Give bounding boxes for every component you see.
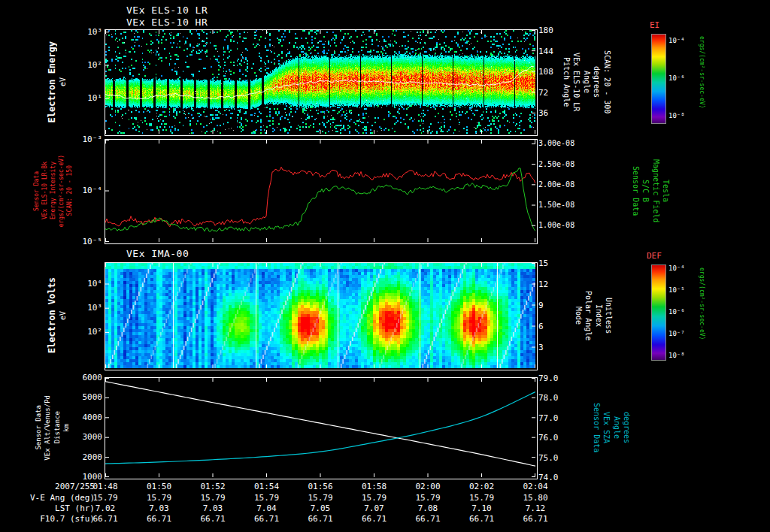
row-label: LST (hr) [6,503,95,513]
altitude-tick-label: 2000 [69,452,102,462]
panel3-right-axis-label-line: Index [593,304,603,327]
row-value: 66.71 [513,514,558,524]
volts-tick-label: 10⁴ [69,279,102,289]
row-label: V-E Ang (deg) [6,493,95,503]
row-value: 66.71 [190,514,235,524]
row-value: 15.79 [352,493,397,503]
row-value: 7.03 [190,503,235,513]
colorbar-def-tick-label: 10⁻⁴ [668,264,685,272]
colorbar-ei-title: EI [650,20,659,30]
panel1-title-lr: VEx ELS-10 LR [126,5,208,16]
panel4-left-axis-label-line: Sensor Data [35,405,43,450]
bfield-tick-label: 1.50e-08 [538,201,591,209]
panel4-right-axis-label-line: degrees [622,412,632,443]
panel3-left-axis-label: Electron Volts eV [47,263,68,368]
panel4-right-axis-label-line: Sensor Data [591,403,601,452]
sza-tick-label: 78.0 [538,393,571,403]
colorbar-ei-tick-label: 10⁻⁴ [668,37,685,44]
time-tick-label: 01:54 [244,482,290,491]
panel4-right-axis-label: Sensor DataVEx SZAAngledegrees [591,378,631,477]
sza-tick-label: 76.0 [538,433,571,443]
colorbar-ei-tick-label: 10⁻⁶ [668,74,685,82]
bfield-tick-label: 2.00e-08 [538,180,591,189]
colorbar-ei [651,34,666,124]
y-tick-label: 10² [69,60,102,70]
colorbar-def-tick-label: 10⁻⁶ [668,308,685,316]
panel1-right-axis-label: Pitch AngleVEx ELS-10 LRAngledegreesSCAN… [561,30,611,134]
panel2-left-axis-label: Sensor DataVEx ELS-10 LR-BkEnergy Intens… [33,140,74,242]
intensity-bfield-canvas[interactable] [105,140,535,242]
panel2-left-axis-label-line: SCAN: 20 - 150 [66,165,74,216]
panel1-right-axis-label-line: Pitch Angle [561,57,571,107]
altitude-sza-plot[interactable] [105,377,538,479]
panel4-left-axis-label-line: km [62,424,71,432]
row-value: 15.79 [190,493,235,503]
row-value: 7.07 [352,503,397,513]
row-value: 15.79 [459,493,505,503]
row-value: 66.71 [352,514,397,524]
colorbar-def-tick-label: 10⁻⁵ [668,286,685,294]
row-value: 15.79 [83,493,128,503]
row-value: 15.79 [244,493,290,503]
row-value: 66.71 [459,514,505,524]
vex-data-browser-screen: VEx ELS-10 LR VEx ELS-10 HR VEx IMA-00 E… [0,0,770,532]
panel1-ylabel: Electron Energy [47,41,58,122]
panel2-right-axis-label: Sensor DataS/C BMagnetic FieldTesla [630,140,670,242]
ima-spectrogram[interactable] [105,262,538,370]
altitude-sza-canvas[interactable] [105,378,535,477]
y-tick-label: 10³ [69,27,102,37]
panel4-left-axis-label-line: Distance [53,411,62,443]
time-tick-label: 01:52 [190,482,235,491]
row-value: 7.05 [298,503,343,513]
panel3-yunit: eV [59,311,68,320]
panel2-right-axis-label-line: Sensor Data [630,166,640,216]
panel2-left-axis-label-line: Energy Intensity [50,162,57,219]
bfield-tick-label: 3.00e-08 [538,139,591,147]
time-tick-label: 01:48 [83,482,128,491]
panel3-right-axis-label: ModePolar AngleIndexUnitless [573,263,613,368]
time-tick-label: 02:04 [513,482,558,491]
els-spectrogram-canvas[interactable] [105,30,535,134]
row-value: 7.03 [137,503,182,513]
intensity-bfield-plot[interactable] [105,139,538,244]
panel1-left-axis-label: Electron Energy eV [47,30,68,134]
time-tick-label: 01:56 [298,482,343,491]
row-label: F10.7 (sfu) [6,514,95,524]
colorbar-def-title: DEF [647,251,662,261]
panel4-left-axis-label-line: VEx Alt/Venus/Pd [44,395,52,461]
panel1-right-axis-label-line: SCAN: 20 - 300 [602,50,611,113]
altitude-tick-label: 6000 [69,373,102,382]
colorbar-def-tick-label: 10⁻⁷ [668,330,685,337]
panel4-right-axis-label-line: Angle [611,416,621,439]
row-value: 66.71 [137,514,182,524]
sza-tick-label: 75.0 [538,453,571,463]
ima-spectrogram-canvas[interactable] [105,263,535,368]
intensity-tick-label: 10⁻⁴ [69,186,102,195]
panel4-left-axis-label: Sensor DataVEx Alt/Venus/PdDistancekm [35,378,71,477]
panel1-yunit: eV [59,77,68,86]
panel2-right-axis-label-line: Magnetic Field [650,159,660,222]
intensity-tick-label: 10⁻³ [69,135,102,144]
panel1-right-axis-label-line: VEx ELS-10 LR [571,53,581,111]
row-value: 7.04 [244,503,290,513]
panel1-right-axis-label-line: Angle [581,71,591,93]
panel2-right-axis-label-line: Tesla [661,180,671,202]
row-value: 7.10 [459,503,505,513]
sza-tick-label: 77.0 [538,413,571,423]
mode-tick-label: 6 [538,322,568,331]
row-value: 15.80 [513,493,558,503]
sza-tick-label: 79.0 [538,373,571,383]
time-tick-label: 01:50 [137,482,182,491]
panel1-title-hr: VEx ELS-10 HR [126,17,208,28]
row-value: 15.79 [298,493,343,503]
volts-tick-label: 10³ [69,303,102,313]
row-value: 7.12 [513,503,558,513]
panel2-left-axis-label-line: ergs/(cm²-sr-sec-eV) [58,155,65,227]
panel3-right-axis-label-line: Polar Angle [584,291,593,340]
els-pitch-angle-spectrogram[interactable] [105,29,538,136]
row-value: 66.71 [298,514,343,524]
mode-tick-label: 15 [538,258,568,268]
panel3-ylabel: Electron Volts [47,277,58,353]
panel4-right-axis-label-line: VEx SZA [602,412,611,443]
panel2-right-axis-label-line: S/C B [641,180,650,202]
